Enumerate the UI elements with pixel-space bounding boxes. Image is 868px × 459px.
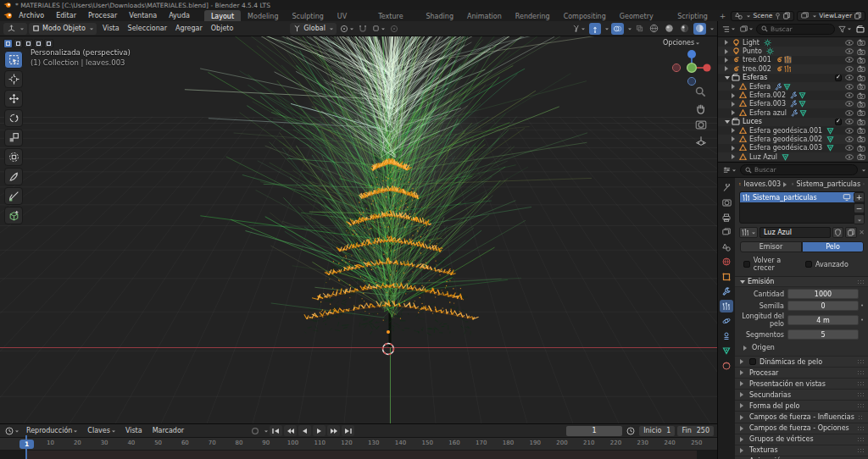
workspace-tab[interactable]: Geometry Nodes — [613, 10, 671, 22]
outliner-row[interactable]: tree.002 — [718, 64, 868, 73]
outliner-search[interactable]: Buscar — [756, 24, 835, 35]
eye-icon[interactable] — [845, 84, 854, 90]
eye-icon[interactable] — [845, 128, 854, 134]
animate-dot[interactable]: • — [859, 302, 865, 309]
tab-object-data[interactable] — [720, 345, 733, 357]
camera-icon[interactable] — [857, 75, 865, 81]
camera-icon[interactable] — [857, 153, 865, 160]
outliner-collection-row[interactable]: Esferas — [718, 74, 868, 82]
unlink-icon[interactable]: ✕ — [859, 229, 865, 236]
outliner-row[interactable]: Esfera.002 — [718, 91, 868, 99]
outliner-row[interactable]: Light — [718, 38, 868, 47]
timeline-track[interactable] — [0, 451, 717, 459]
viewport-display-icon[interactable] — [843, 194, 851, 201]
workspace-tab[interactable]: UV Editing — [331, 10, 371, 22]
menu-item[interactable]: Ventana — [123, 12, 163, 19]
workspace-tab[interactable]: Shading — [419, 10, 460, 22]
camera-icon[interactable] — [857, 57, 865, 64]
tab-material[interactable] — [720, 359, 733, 372]
animate-dot[interactable]: • — [859, 317, 865, 324]
next-keyframe-button[interactable] — [327, 425, 340, 436]
viewport-3d[interactable] — [0, 36, 717, 423]
eye-icon[interactable] — [845, 92, 854, 98]
pin-icon[interactable] — [775, 13, 781, 19]
menu-item[interactable]: Ayuda — [163, 12, 196, 19]
auto-key-button[interactable] — [249, 425, 261, 437]
emission-panel-header[interactable]: Emisión — [735, 276, 868, 287]
gizmos-toggle[interactable] — [589, 23, 601, 35]
tool-select-box[interactable] — [4, 51, 23, 69]
panel-grupos-vertices[interactable]: Grupos de vértices — [735, 434, 868, 445]
hair-dynamics-checkbox[interactable] — [749, 358, 756, 365]
particle-specials-button[interactable] — [854, 214, 865, 224]
properties-editor-type-button[interactable] — [721, 164, 737, 176]
camera-icon[interactable] — [857, 135, 865, 142]
tab-modifiers[interactable] — [720, 285, 733, 298]
remove-particle-system-button[interactable]: − — [854, 203, 865, 213]
tab-render[interactable] — [720, 196, 733, 209]
outliner-row[interactable]: Punto — [718, 47, 868, 55]
outliner-filter-dropdown[interactable] — [837, 23, 853, 35]
emitter-button[interactable]: Emisor — [740, 241, 802, 252]
camera-icon[interactable] — [857, 48, 865, 55]
camera-icon[interactable] — [857, 101, 865, 108]
eye-icon[interactable] — [845, 136, 854, 142]
advanced-checkbox[interactable] — [805, 261, 812, 268]
outliner-row[interactable]: Luz Azul — [718, 152, 868, 161]
panel-texturas[interactable]: Texturas — [735, 445, 868, 456]
eye-icon[interactable] — [845, 75, 854, 80]
editor-type-button[interactable] — [3, 23, 27, 35]
tool-annotate[interactable] — [4, 168, 23, 185]
panel-dinamicas[interactable]: Dinámicas de pelo — [735, 356, 868, 367]
panel-secundarias[interactable]: Secundarias — [735, 389, 868, 400]
properties-options-dropdown[interactable] — [862, 169, 865, 173]
timeline-editor-type-button[interactable] — [3, 425, 20, 437]
eye-icon[interactable] — [845, 66, 854, 72]
add-workspace-button[interactable]: + — [715, 12, 732, 20]
hair-button[interactable]: Pelo — [802, 241, 864, 252]
workspace-tab[interactable]: Animation — [460, 10, 509, 22]
new-scene-icon[interactable] — [783, 12, 790, 19]
gizmo-y-axis[interactable] — [687, 64, 697, 73]
gizmo-z-axis[interactable] — [687, 50, 696, 58]
pivot-point-dropdown[interactable] — [338, 23, 355, 35]
zoom-icon[interactable] — [695, 86, 706, 97]
settings-name-field[interactable]: Luz Azul — [760, 227, 831, 238]
tool-rotate[interactable] — [4, 109, 23, 127]
viewport-menu-item[interactable]: Agregar — [171, 25, 207, 32]
workspace-tab[interactable]: Sculpting — [285, 10, 330, 22]
workspace-tab[interactable]: Texture Paint — [371, 10, 419, 22]
navigation-axis-gizmo[interactable] — [670, 44, 714, 88]
outliner-collection-row[interactable]: Luces — [718, 118, 868, 126]
frame-start-field[interactable]: Inicio1 — [639, 426, 675, 436]
outliner-filter-id-dropdown[interactable] — [738, 23, 754, 35]
particle-systems-list[interactable]: Sistema_particulas + − — [739, 191, 865, 224]
timeline-ruler[interactable]: 1102030405060708090100110120130140150160… — [0, 438, 717, 451]
xray-toggle[interactable] — [634, 23, 645, 35]
proportional-editing-toggle[interactable] — [388, 23, 400, 35]
frame-end-field[interactable]: Fin250 — [677, 426, 714, 436]
particle-system-selected-row[interactable]: Sistema_particulas — [740, 192, 864, 202]
outliner-row[interactable]: Esfera geodésica.001 — [718, 126, 868, 135]
tool-cursor[interactable] — [4, 70, 23, 88]
gizmo-x-axis[interactable] — [703, 64, 710, 71]
tool-move[interactable] — [4, 90, 23, 108]
select-mode-set[interactable] — [3, 39, 13, 48]
play-button[interactable] — [313, 425, 326, 436]
tab-world[interactable] — [720, 256, 733, 268]
tab-scene[interactable] — [720, 241, 733, 253]
cantidad-input[interactable]: 1000 — [787, 289, 859, 299]
workspace-tab[interactable]: Rendering — [509, 10, 557, 22]
camera-icon[interactable] — [857, 127, 865, 134]
workspace-tab[interactable]: Layout — [204, 10, 241, 22]
menu-item[interactable]: Editar — [50, 12, 82, 19]
tab-viewlayer[interactable] — [720, 226, 733, 239]
tab-particles[interactable] — [720, 300, 733, 312]
new-collection-button[interactable] — [854, 23, 866, 35]
panel-campos-opciones[interactable]: Campos de fuerza - Opciones — [735, 423, 868, 434]
tab-output[interactable] — [720, 211, 733, 224]
eye-icon[interactable] — [845, 145, 854, 151]
camera-view-icon[interactable] — [695, 120, 707, 130]
workspace-tab[interactable]: Modeling — [241, 10, 285, 22]
blender-menu-icon[interactable] — [3, 12, 13, 19]
